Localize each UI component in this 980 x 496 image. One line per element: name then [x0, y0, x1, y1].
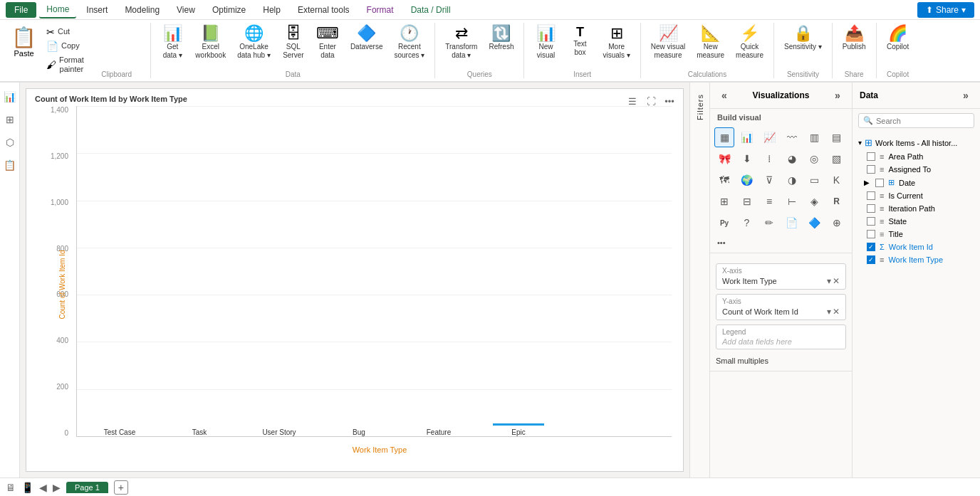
viz-r-visual-icon[interactable]: R — [827, 191, 847, 211]
checkbox-work-item-type[interactable]: ✓ — [867, 255, 875, 264]
bar-user-story[interactable]: User Story — [254, 426, 305, 436]
menu-view[interactable]: View — [170, 2, 202, 18]
viz-area-chart-icon[interactable]: 〰 — [782, 127, 802, 147]
copilot-button[interactable]: 🌈 Copilot — [882, 23, 914, 54]
viz-matrix-icon[interactable]: ⊟ — [737, 191, 757, 211]
add-page-button[interactable]: + — [114, 480, 128, 495]
viz-ribbon-chart-icon[interactable]: 🎀 — [714, 149, 734, 169]
viz-stacked-bar-icon[interactable]: ▥ — [804, 127, 824, 147]
viz-treemap-icon[interactable]: ▧ — [827, 149, 847, 169]
excel-workbook-button[interactable]: 📗 Excelworkbook — [191, 23, 230, 63]
menu-file[interactable]: File — [6, 2, 36, 18]
viz-more-button[interactable]: ••• — [710, 236, 852, 250]
viz-slicer-icon[interactable]: ≡ — [759, 191, 779, 211]
viz-qna-icon[interactable]: ? — [737, 213, 757, 233]
checkbox-is-current[interactable] — [867, 191, 875, 200]
viz-scatter-icon[interactable]: ⁞ — [759, 149, 779, 169]
cut-button[interactable]: ✂ Cut — [42, 26, 88, 38]
viz-paginated-icon[interactable]: 📄 — [782, 213, 802, 233]
field-is-current[interactable]: ≡ Is Current — [853, 189, 980, 202]
format-painter-button[interactable]: 🖌 Format painter — [42, 54, 88, 75]
viz-python-icon[interactable]: Py — [714, 213, 734, 233]
viz-column-chart-icon[interactable]: 📊 — [737, 127, 757, 147]
next-page-icon[interactable]: ▶ — [53, 482, 61, 493]
checkbox-iteration-path[interactable] — [867, 204, 875, 213]
field-assigned-to[interactable]: ≡ Assigned To — [853, 163, 980, 176]
viz-funnel-icon[interactable]: ⊽ — [759, 170, 779, 190]
field-state[interactable]: ≡ State — [853, 215, 980, 228]
viz-line-chart-icon[interactable]: 📈 — [759, 127, 779, 147]
viz-bar-chart-icon[interactable]: ▦ — [714, 127, 734, 147]
viz-donut-icon[interactable]: ◎ — [804, 149, 824, 169]
more-visuals-button[interactable]: ⊞ Morevisuals ▾ — [598, 23, 634, 63]
report-view-icon[interactable]: 📊 — [1, 88, 19, 105]
get-data-button[interactable]: 📊 Getdata ▾ — [157, 23, 188, 63]
y-axis-expand-icon[interactable]: ▾ — [827, 307, 831, 317]
data-search-input[interactable] — [876, 117, 969, 125]
bar-test-case[interactable]: Test Case — [94, 426, 145, 436]
field-title[interactable]: ≡ Title — [853, 228, 980, 241]
new-measure-button[interactable]: 📐 Newmeasure — [692, 23, 729, 63]
new-visual-button[interactable]: 📊 Newvisual — [530, 23, 561, 63]
work-items-group[interactable]: ▾ ⊞ Work Items - All histor... — [853, 135, 980, 150]
x-axis-remove-icon[interactable]: ✕ — [833, 276, 840, 286]
viz-decomp-tree-icon[interactable]: ⊢ — [782, 191, 802, 211]
viz-key-influencers-icon[interactable]: ◈ — [804, 191, 824, 211]
field-iteration-path[interactable]: ≡ Iteration Path — [853, 202, 980, 215]
menu-external-tools[interactable]: External tools — [291, 2, 357, 18]
checkbox-area-path[interactable] — [867, 152, 875, 161]
viz-pie-icon[interactable]: ◕ — [782, 149, 802, 169]
menu-insert[interactable]: Insert — [79, 2, 115, 18]
menu-format[interactable]: Format — [360, 2, 401, 18]
checkbox-assigned-to[interactable] — [867, 165, 875, 174]
viz-table-icon[interactable]: ⊞ — [714, 191, 734, 211]
bar-task[interactable]: Task — [174, 426, 225, 436]
y-axis-remove-icon[interactable]: ✕ — [833, 307, 840, 317]
menu-data-drill[interactable]: Data / Drill — [404, 2, 458, 18]
mobile-view-icon[interactable]: 📱 — [21, 482, 33, 493]
dax-query-icon[interactable]: 📋 — [1, 157, 19, 174]
viz-smart-narrative-icon[interactable]: ✏ — [759, 213, 779, 233]
enter-data-button[interactable]: ⌨ Enterdata — [312, 23, 343, 63]
field-area-path[interactable]: ≡ Area Path — [853, 150, 980, 163]
quick-measure-button[interactable]: ⚡ Quickmeasure — [731, 23, 768, 63]
text-box-button[interactable]: T Textbox — [564, 23, 595, 60]
bar-bug[interactable]: Bug — [333, 426, 385, 436]
menu-optimize[interactable]: Optimize — [205, 2, 253, 18]
paste-button[interactable]: 📋 Paste — [6, 23, 42, 78]
publish-button[interactable]: 📤 Publish — [838, 23, 870, 54]
prev-page-icon[interactable]: ◀ — [39, 482, 47, 493]
menu-modeling[interactable]: Modeling — [118, 2, 167, 18]
viz-map-icon[interactable]: 🗺 — [714, 170, 734, 190]
viz-stacked-column-icon[interactable]: ▤ — [827, 127, 847, 147]
viz-azure-map-icon[interactable]: 🔷 — [804, 213, 824, 233]
viz-custom-icon[interactable]: ⊕ — [827, 213, 847, 233]
viz-collapse-right-button[interactable]: » — [830, 88, 845, 102]
dataverse-button[interactable]: 🔷 Dataverse — [346, 23, 387, 54]
menu-help[interactable]: Help — [256, 2, 288, 18]
date-group-expand-icon[interactable]: ▶ — [864, 179, 870, 186]
transform-data-button[interactable]: ⇄ Transformdata ▾ — [441, 23, 481, 63]
field-date-group[interactable]: ▶ ⊞ Date — [853, 176, 980, 189]
refresh-button[interactable]: 🔃 Refresh — [484, 23, 518, 54]
field-work-item-type[interactable]: ✓ ≡ Work Item Type — [853, 253, 980, 266]
share-button[interactable]: ⬆ Share ▾ — [917, 2, 974, 18]
checkbox-state[interactable] — [867, 217, 875, 226]
viz-collapse-left-button[interactable]: « — [717, 88, 731, 102]
desktop-view-icon[interactable]: 🖥 — [6, 482, 16, 493]
page-1-tab[interactable]: Page 1 — [66, 482, 108, 493]
x-axis-expand-icon[interactable]: ▾ — [827, 276, 831, 286]
menu-home[interactable]: Home — [39, 1, 76, 19]
viz-waterfall-icon[interactable]: ⬇ — [737, 149, 757, 169]
checkbox-work-item-id[interactable]: ✓ — [867, 243, 875, 251]
viz-filled-map-icon[interactable]: 🌍 — [737, 170, 757, 190]
bar-epic[interactable]: Epic — [493, 423, 544, 436]
table-view-icon[interactable]: ⊞ — [1, 111, 19, 128]
checkbox-date[interactable] — [875, 179, 884, 187]
viz-gauge-icon[interactable]: ◑ — [782, 170, 802, 190]
data-panel-expand-button[interactable]: » — [959, 88, 973, 102]
checkbox-title[interactable] — [867, 230, 875, 238]
recent-sources-button[interactable]: 🕐 Recentsources ▾ — [390, 23, 429, 63]
viz-kpi-icon[interactable]: K — [827, 170, 847, 190]
field-work-item-id[interactable]: ✓ Σ Work Item Id — [853, 241, 980, 253]
